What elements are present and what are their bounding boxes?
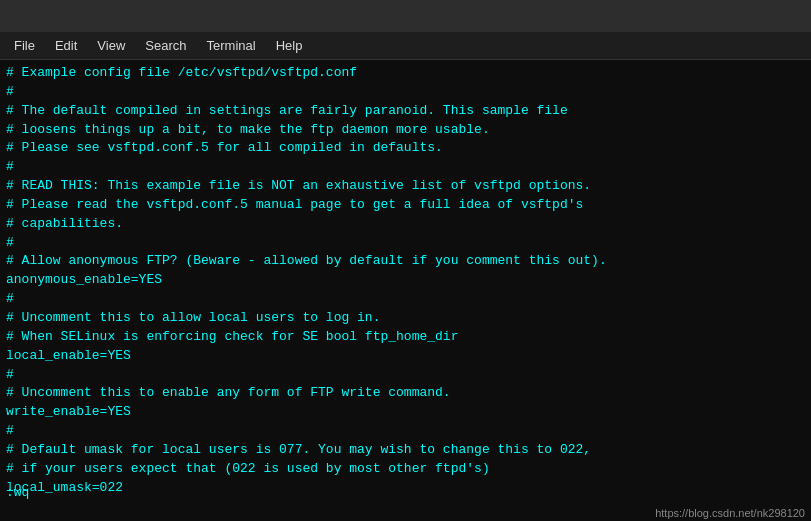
terminal-line: # When SELinux is enforcing check for SE…	[6, 329, 458, 344]
maximize-button[interactable]	[743, 4, 771, 28]
terminal-line: # loosens things up a bit, to make the f…	[6, 122, 490, 137]
terminal-line: # capabilities.	[6, 216, 123, 231]
menu-edit[interactable]: Edit	[45, 36, 87, 55]
terminal-line: anonymous_enable=YES	[6, 272, 162, 287]
terminal-line: # Please see vsftpd.conf.5 for all compi…	[6, 140, 443, 155]
terminal-content: # Example config file /etc/vsftpd/vsftpd…	[6, 64, 805, 497]
menu-view[interactable]: View	[87, 36, 135, 55]
terminal-line: #	[6, 159, 14, 174]
terminal-line: # Default umask for local users is 077. …	[6, 442, 591, 457]
window-controls	[711, 4, 803, 28]
terminal-line: # READ THIS: This example file is NOT an…	[6, 178, 591, 193]
terminal-line: #	[6, 367, 14, 382]
menu-terminal[interactable]: Terminal	[197, 36, 266, 55]
terminal-line: write_enable=YES	[6, 404, 131, 419]
terminal-window: File Edit View Search Terminal Help # Ex…	[0, 0, 811, 521]
menu-search[interactable]: Search	[135, 36, 196, 55]
terminal-line: #	[6, 423, 14, 438]
status-bar: https://blog.csdn.net/nk298120	[649, 505, 811, 521]
menu-file[interactable]: File	[4, 36, 45, 55]
terminal-line: #	[6, 235, 14, 250]
terminal-line: # Uncomment this to allow local users to…	[6, 310, 380, 325]
terminal-line: # The default compiled in settings are f…	[6, 103, 568, 118]
menu-help[interactable]: Help	[266, 36, 313, 55]
terminal-line: # Example config file /etc/vsftpd/vsftpd…	[6, 65, 357, 80]
terminal-line: # Uncomment this to enable any form of F…	[6, 385, 451, 400]
menu-bar: File Edit View Search Terminal Help	[0, 32, 811, 60]
terminal-line: local_enable=YES	[6, 348, 131, 363]
terminal-line: #	[6, 84, 14, 99]
command-line: :wq	[6, 485, 29, 500]
terminal-line: # Please read the vsftpd.conf.5 manual p…	[6, 197, 583, 212]
terminal-line: # if your users expect that (022 is used…	[6, 461, 490, 476]
terminal-line: # Allow anonymous FTP? (Beware - allowed…	[6, 253, 607, 268]
title-bar	[0, 0, 811, 32]
terminal-body[interactable]: # Example config file /etc/vsftpd/vsftpd…	[0, 60, 811, 521]
minimize-button[interactable]	[711, 4, 739, 28]
terminal-line: #	[6, 291, 14, 306]
close-button[interactable]	[775, 4, 803, 28]
